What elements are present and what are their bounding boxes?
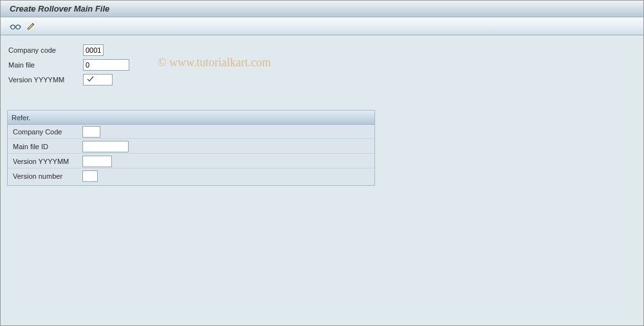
row-refer-version: Version YYYYMM bbox=[8, 154, 374, 168]
input-company-code[interactable] bbox=[83, 44, 104, 56]
label-company-code: Company code bbox=[7, 46, 83, 54]
row-main-file: Main file bbox=[7, 58, 637, 72]
row-refer-company-code: Company Code bbox=[8, 125, 374, 139]
label-main-file: Main file bbox=[7, 61, 83, 69]
input-refer-version[interactable] bbox=[82, 156, 112, 167]
group-refer: Refer. Company Code Main file ID Version… bbox=[7, 110, 375, 186]
group-refer-title: Refer. bbox=[8, 111, 374, 125]
svg-point-1 bbox=[16, 24, 20, 28]
label-refer-version: Version YYYYMM bbox=[12, 158, 82, 165]
row-version: Version YYYYMM bbox=[7, 73, 637, 87]
label-refer-main-file-id: Main file ID bbox=[12, 143, 82, 150]
input-refer-main-file-id[interactable] bbox=[82, 141, 129, 152]
row-company-code: Company code bbox=[7, 43, 637, 57]
input-refer-company-code[interactable] bbox=[82, 126, 100, 138]
title-bar: Create Rollover Main File bbox=[1, 1, 643, 17]
row-refer-version-number: Version number bbox=[8, 169, 374, 183]
label-refer-version-number: Version number bbox=[12, 172, 82, 180]
svg-point-0 bbox=[11, 24, 15, 28]
window: Create Rollover Main File © www.tutorial… bbox=[0, 0, 644, 326]
required-check-icon bbox=[87, 76, 94, 83]
toolbar bbox=[1, 17, 643, 35]
row-refer-main-file-id: Main file ID bbox=[8, 140, 374, 154]
pencil-icon[interactable] bbox=[25, 21, 37, 32]
input-main-file[interactable] bbox=[83, 59, 129, 71]
label-refer-company-code: Company Code bbox=[12, 128, 82, 136]
label-version: Version YYYYMM bbox=[7, 76, 83, 84]
glasses-icon[interactable] bbox=[10, 21, 21, 32]
content-area: © www.tutorialkart.com Company code Main… bbox=[1, 35, 643, 325]
group-refer-body: Company Code Main file ID Version YYYYMM… bbox=[8, 125, 374, 185]
input-refer-version-number[interactable] bbox=[82, 170, 98, 182]
page-title: Create Rollover Main File bbox=[10, 4, 109, 14]
